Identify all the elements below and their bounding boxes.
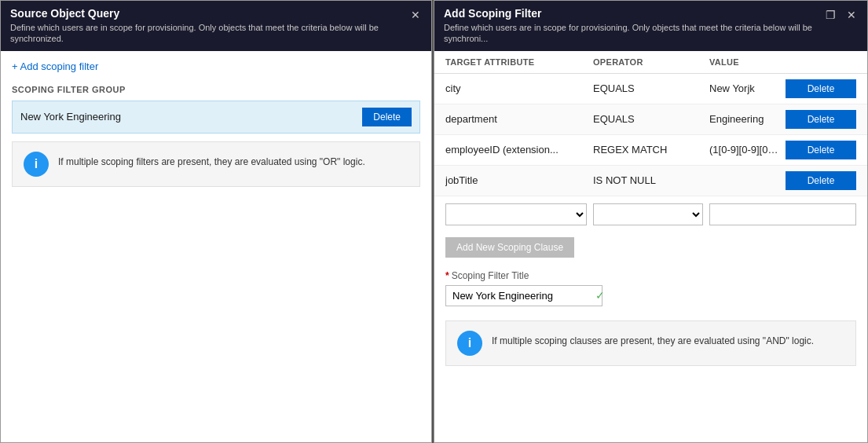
- right-panel-subtitle: Define which users are in scope for prov…: [444, 22, 816, 45]
- right-panel: Add Scoping Filter Define which users ar…: [434, 0, 868, 443]
- cell-operator: REGEX MATCH: [593, 144, 703, 156]
- table-row: jobTitle IS NOT NULL Delete: [434, 166, 867, 196]
- row-1-delete-button[interactable]: Delete: [786, 110, 856, 129]
- check-icon: ✓: [591, 289, 610, 302]
- right-info-icon: i: [457, 331, 482, 356]
- operator-select[interactable]: [593, 203, 703, 225]
- right-header-text: Add Scoping Filter Define which users ar…: [444, 7, 816, 45]
- right-info-box: i If multiple scoping clauses are presen…: [445, 320, 856, 366]
- cell-operator: EQUALS: [593, 113, 703, 125]
- cell-value: (1[0-9][0-9][0-9][0-9][0-9]...: [709, 144, 779, 156]
- table-row: employeeID (extension... REGEX MATCH (1[…: [434, 135, 867, 166]
- title-input-row: ✓: [445, 285, 602, 306]
- row-0-delete-button[interactable]: Delete: [786, 79, 856, 98]
- left-header-text: Source Object Query Define which users a…: [10, 7, 401, 45]
- filter-group-item: New York Engineering Delete: [12, 101, 420, 134]
- left-panel: Source Object Query Define which users a…: [0, 0, 432, 443]
- scoping-title-label: * Scoping Filter Title: [445, 270, 856, 281]
- info-icon: i: [24, 152, 49, 177]
- cell-value: New Yorjk: [709, 82, 779, 94]
- scoping-filter-group-label: SCOPING FILTER GROUP: [12, 85, 420, 94]
- filter-group-delete-button[interactable]: Delete: [362, 108, 412, 126]
- table-row: department EQUALS Engineering Delete: [434, 104, 867, 135]
- filter-group-name: New York Engineering: [20, 111, 121, 123]
- left-panel-title: Source Object Query: [10, 7, 401, 20]
- cell-attribute: jobTitle: [445, 174, 587, 186]
- right-panel-icons: ❐ ✕: [822, 7, 859, 22]
- cell-value: Engineering: [709, 113, 779, 125]
- cell-attribute: employeeID (extension...: [445, 144, 587, 156]
- left-close-button[interactable]: ✕: [408, 8, 423, 22]
- left-panel-body: + Add scoping filter SCOPING FILTER GROU…: [1, 51, 431, 442]
- right-close-button[interactable]: ✕: [844, 8, 859, 22]
- row-3-delete-button[interactable]: Delete: [786, 171, 856, 190]
- col-value: VALUE: [709, 57, 779, 67]
- new-clause-row: [434, 198, 867, 231]
- cell-attribute: city: [445, 82, 587, 94]
- left-panel-icons: ✕: [408, 7, 423, 22]
- add-scoping-filter-link[interactable]: + Add scoping filter: [12, 60, 420, 72]
- table-row: city EQUALS New Yorjk Delete: [434, 74, 867, 104]
- right-restore-button[interactable]: ❐: [822, 8, 839, 22]
- col-target-attribute: TARGET ATTRIBUTE: [445, 57, 587, 67]
- add-new-scoping-clause-button[interactable]: Add New Scoping Clause: [445, 237, 574, 258]
- left-info-box: i If multiple scoping filters are presen…: [12, 141, 420, 187]
- cell-attribute: department: [445, 113, 587, 125]
- left-panel-subtitle: Define which users are in scope for prov…: [10, 22, 401, 45]
- table-header: TARGET ATTRIBUTE OPERATOR VALUE: [434, 51, 867, 74]
- left-info-text: If multiple scoping filters are present,…: [58, 152, 365, 169]
- cell-operator: EQUALS: [593, 82, 703, 94]
- col-operator: OPERATOR: [593, 57, 703, 67]
- scoping-title-section: * Scoping Filter Title ✓: [434, 264, 867, 314]
- attribute-select[interactable]: [445, 203, 587, 225]
- required-star: *: [445, 270, 449, 281]
- row-2-delete-button[interactable]: Delete: [786, 141, 856, 159]
- value-input[interactable]: [709, 203, 856, 225]
- right-info-text: If multiple scoping clauses are present,…: [492, 331, 814, 348]
- col-action: [786, 57, 856, 67]
- left-panel-header: Source Object Query Define which users a…: [1, 1, 431, 51]
- right-panel-title: Add Scoping Filter: [444, 7, 816, 20]
- right-panel-body: TARGET ATTRIBUTE OPERATOR VALUE city EQU…: [434, 51, 867, 442]
- cell-operator: IS NOT NULL: [593, 174, 703, 186]
- right-panel-header: Add Scoping Filter Define which users ar…: [434, 1, 867, 51]
- scoping-title-input[interactable]: [446, 286, 591, 306]
